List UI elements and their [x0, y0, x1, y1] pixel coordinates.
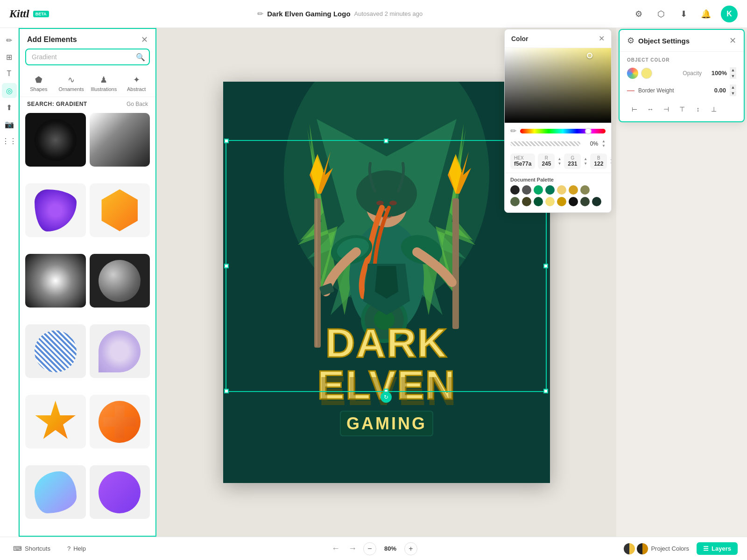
- color-swatch-yellow[interactable]: [641, 68, 652, 79]
- opacity-down-btn[interactable]: ▼: [730, 73, 736, 79]
- palette-swatch-4[interactable]: [557, 185, 566, 195]
- element-star[interactable]: [25, 395, 86, 448]
- opacity-stepper[interactable]: ▲ ▼: [730, 67, 736, 79]
- element-black-linear[interactable]: [90, 113, 150, 167]
- palette-swatch-9[interactable]: [534, 197, 543, 206]
- obj-panel-header: ⚙ Object Settings ✕: [620, 30, 744, 52]
- align-bottom-btn[interactable]: ⊥: [706, 103, 721, 116]
- project-title[interactable]: Dark Elven Gaming Logo: [267, 10, 350, 18]
- b-down-arrow[interactable]: ▼: [610, 161, 612, 166]
- palette-swatch-0[interactable]: [510, 185, 520, 195]
- border-up-btn[interactable]: ▲: [730, 84, 736, 90]
- element-striped-ball[interactable]: [25, 324, 86, 378]
- element-black-radial2[interactable]: [25, 254, 86, 308]
- sidebar-edit-icon[interactable]: ✏: [2, 33, 17, 48]
- element-orange-hex[interactable]: [90, 183, 150, 237]
- g-arrows[interactable]: ▲ ▼: [584, 157, 587, 166]
- g-down-arrow[interactable]: ▼: [584, 161, 587, 166]
- search-icon[interactable]: 🔍: [136, 53, 145, 62]
- border-down-btn[interactable]: ▼: [730, 91, 736, 96]
- project-colors-btn[interactable]: Project Colors: [624, 543, 689, 554]
- settings-icon-btn[interactable]: ⚙: [631, 7, 646, 21]
- opacity-alpha-slider[interactable]: [510, 141, 580, 146]
- opacity-alpha-arrows[interactable]: ▲ ▼: [602, 139, 606, 148]
- r-value[interactable]: 245: [542, 161, 551, 167]
- user-avatar[interactable]: K: [721, 6, 738, 22]
- shortcuts-btn[interactable]: ⌨ Shortcuts: [9, 543, 54, 554]
- b-input-wrap[interactable]: B 122: [590, 154, 607, 169]
- palette-swatch-5[interactable]: [569, 185, 578, 195]
- redo-arrow[interactable]: →: [346, 542, 359, 555]
- g-up-arrow[interactable]: ▲: [584, 157, 587, 161]
- r-up-arrow[interactable]: ▲: [557, 157, 561, 161]
- palette-swatch-13[interactable]: [580, 197, 590, 206]
- align-left-btn[interactable]: ⊢: [627, 103, 642, 116]
- search-input[interactable]: [25, 49, 150, 65]
- color-gradient-area[interactable]: [505, 48, 611, 123]
- palette-swatch-7[interactable]: [510, 197, 520, 206]
- palette-swatch-10[interactable]: [545, 197, 555, 206]
- element-shell[interactable]: [90, 324, 150, 378]
- palette-swatch-6[interactable]: [580, 185, 590, 195]
- align-top-btn[interactable]: ⊤: [675, 103, 690, 116]
- opacity-value: 100%: [705, 70, 727, 77]
- hex-row: HEX f5e77a R 245 ▲ ▼ G 231 ▲ ▼ B 122 ▲ ▼: [505, 152, 611, 173]
- b-up-arrow[interactable]: ▲: [610, 157, 612, 161]
- palette-swatch-12[interactable]: [569, 197, 578, 206]
- hex-value[interactable]: f5e77a: [514, 161, 531, 167]
- element-purple-ball[interactable]: [90, 465, 150, 519]
- opacity-up-arrow[interactable]: ▲: [602, 139, 606, 144]
- tab-illustrations[interactable]: ♟ Illustrations: [89, 72, 120, 95]
- align-right-btn[interactable]: ⊣: [659, 103, 674, 116]
- element-gray-ball[interactable]: [90, 254, 150, 308]
- border-stepper[interactable]: ▲ ▼: [730, 84, 736, 96]
- sidebar-upload-icon[interactable]: ⬆: [2, 100, 17, 115]
- panel-close-button[interactable]: ✕: [141, 35, 148, 44]
- palette-swatch-11[interactable]: [557, 197, 566, 206]
- element-purple-blob[interactable]: [25, 183, 86, 237]
- download-icon-btn[interactable]: ⬇: [676, 7, 691, 21]
- zoom-level[interactable]: 80%: [381, 545, 400, 552]
- element-cross[interactable]: [90, 395, 150, 448]
- pencil-icon[interactable]: ✏: [510, 126, 516, 135]
- tab-ornaments[interactable]: ∿ Ornaments: [56, 72, 87, 95]
- tab-abstract[interactable]: ✦ Abstract: [121, 72, 152, 95]
- sidebar-camera-icon[interactable]: 📷: [2, 117, 17, 132]
- tab-shapes[interactable]: ⬟ Shapes: [23, 72, 54, 95]
- zoom-in-btn[interactable]: +: [404, 542, 417, 555]
- notifications-icon-btn[interactable]: 🔔: [698, 7, 713, 21]
- g-value[interactable]: 231: [568, 161, 577, 167]
- layers-btn[interactable]: ☰ Layers: [697, 542, 738, 555]
- b-arrows[interactable]: ▲ ▼: [610, 157, 612, 166]
- palette-swatch-8[interactable]: [522, 197, 531, 206]
- b-value[interactable]: 122: [594, 161, 603, 167]
- sidebar-elements-icon[interactable]: ◎: [2, 83, 17, 98]
- color-picker-close-btn[interactable]: ✕: [599, 34, 605, 43]
- undo-arrow[interactable]: ←: [330, 542, 342, 555]
- share-icon-btn[interactable]: ⬡: [654, 7, 669, 21]
- palette-swatch-2[interactable]: [534, 185, 543, 195]
- g-input-wrap[interactable]: G 231: [564, 154, 581, 169]
- r-input-wrap[interactable]: R 245: [538, 154, 555, 169]
- palette-swatch-3[interactable]: [545, 185, 555, 195]
- sidebar-table-icon[interactable]: ⊞: [2, 49, 17, 64]
- palette-swatch-1[interactable]: [522, 185, 531, 195]
- hue-slider[interactable]: [520, 129, 606, 133]
- color-swatch-gradient[interactable]: [627, 68, 638, 79]
- r-arrows[interactable]: ▲ ▼: [557, 157, 561, 166]
- opacity-down-arrow[interactable]: ▼: [602, 144, 606, 148]
- r-down-arrow[interactable]: ▼: [557, 161, 561, 166]
- element-blob-cyan[interactable]: [25, 465, 86, 519]
- hex-input-wrap[interactable]: HEX f5e77a: [510, 154, 535, 169]
- obj-panel-close-btn[interactable]: ✕: [729, 35, 736, 46]
- align-middle-btn[interactable]: ↕: [691, 103, 705, 116]
- sidebar-grid-icon[interactable]: ⋮⋮: [2, 133, 17, 148]
- palette-swatch-14[interactable]: [592, 197, 601, 206]
- go-back-btn[interactable]: Go Back: [127, 101, 148, 107]
- zoom-out-btn[interactable]: −: [363, 542, 376, 555]
- opacity-up-btn[interactable]: ▲: [730, 67, 736, 73]
- sidebar-text-icon[interactable]: T: [2, 66, 17, 81]
- element-black-radial[interactable]: [25, 113, 86, 167]
- help-btn[interactable]: ? Help: [63, 543, 90, 554]
- align-center-btn[interactable]: ↔: [643, 103, 658, 116]
